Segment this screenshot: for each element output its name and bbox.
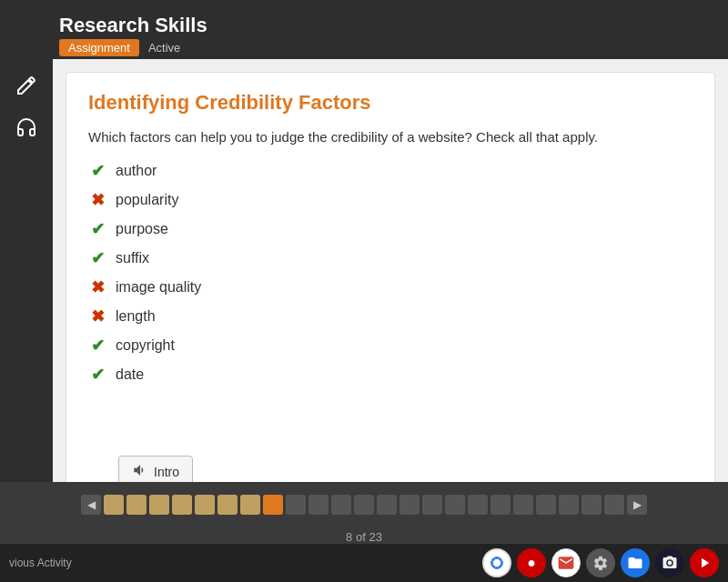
nav-dot[interactable]: [308, 495, 329, 515]
correct-icon: ✔: [88, 219, 106, 239]
main-content: Identifying Credibility Factors Which fa…: [53, 59, 728, 500]
correct-icon: ✔: [88, 365, 106, 385]
nav-dot[interactable]: [377, 495, 397, 515]
taskbar: vious Activity ●: [0, 544, 728, 582]
nav-dot[interactable]: [331, 495, 351, 515]
correct-icon: ✔: [88, 161, 106, 181]
settings-icon[interactable]: [586, 548, 615, 577]
answer-item: ✖image quality: [88, 277, 693, 297]
answer-list: ✔author✖popularity✔purpose✔suffix✖image …: [88, 161, 693, 385]
nav-dot[interactable]: [536, 495, 556, 515]
nav-dot[interactable]: [399, 495, 420, 515]
nav-dot[interactable]: [217, 495, 238, 515]
pencil-icon[interactable]: [9, 68, 44, 103]
nav-dot[interactable]: [468, 495, 488, 515]
correct-icon: ✔: [88, 336, 106, 356]
content-card: Identifying Credibility Factors Which fa…: [66, 72, 715, 487]
answer-item: ✔suffix: [88, 248, 693, 268]
camera-icon[interactable]: [655, 548, 684, 577]
nav-dot[interactable]: [149, 495, 169, 515]
nav-dot[interactable]: [581, 495, 602, 515]
answer-item: ✔copyright: [88, 336, 693, 356]
nav-dot[interactable]: [445, 495, 465, 515]
nav-dot[interactable]: [195, 495, 215, 515]
tab-status: Active: [148, 41, 180, 55]
answer-text: image quality: [116, 279, 201, 296]
answer-text: length: [116, 308, 156, 325]
taskbar-icons: ●: [482, 548, 719, 577]
files-icon[interactable]: [621, 548, 650, 577]
headphone-icon[interactable]: [9, 110, 44, 145]
app2-icon[interactable]: ●: [517, 548, 546, 577]
play-icon[interactable]: [690, 548, 719, 577]
nav-dot[interactable]: [354, 495, 374, 515]
nav-next[interactable]: ▶: [627, 495, 647, 515]
incorrect-icon: ✖: [88, 277, 106, 297]
incorrect-icon: ✖: [88, 190, 106, 210]
answer-item: ✖popularity: [88, 190, 693, 210]
nav-dot[interactable]: [263, 495, 283, 515]
answer-item: ✔author: [88, 161, 693, 181]
nav-prev[interactable]: ◀: [81, 495, 101, 515]
svg-point-0: [493, 559, 500, 566]
nav-dot[interactable]: [604, 495, 624, 515]
nav-dot[interactable]: [240, 495, 260, 515]
card-title: Identifying Credibility Factors: [88, 91, 693, 115]
tab-bar: Assignment Active: [59, 39, 180, 56]
card-question: Which factors can help you to judge the …: [88, 129, 693, 145]
answer-text: purpose: [116, 221, 168, 237]
bottom-nav: ◀ ▶: [0, 482, 728, 527]
nav-dot[interactable]: [559, 495, 579, 515]
answer-text: suffix: [116, 250, 149, 266]
answer-item: ✔date: [88, 365, 693, 385]
speaker-icon: [132, 462, 148, 481]
answer-item: ✔purpose: [88, 219, 693, 239]
answer-text: copyright: [116, 337, 175, 354]
top-bar: Research Skills Assignment Active: [0, 0, 728, 59]
answer-text: author: [116, 163, 157, 179]
incorrect-icon: ✖: [88, 306, 106, 326]
page-count: 8 of 23: [346, 530, 382, 544]
answer-item: ✖length: [88, 306, 693, 326]
nav-dot[interactable]: [286, 495, 306, 515]
intro-label: Intro: [154, 465, 179, 479]
nav-dot[interactable]: [104, 495, 124, 515]
nav-dot[interactable]: [513, 495, 533, 515]
sidebar: [0, 59, 53, 496]
nav-dot[interactable]: [172, 495, 192, 515]
chrome-icon[interactable]: [482, 548, 511, 577]
tab-assignment[interactable]: Assignment: [59, 39, 139, 56]
answer-text: popularity: [116, 192, 178, 208]
gmail-icon[interactable]: [551, 548, 581, 577]
nav-dot[interactable]: [126, 495, 147, 515]
activity-label: vious Activity: [9, 557, 72, 569]
answer-text: date: [116, 366, 144, 383]
nav-dot[interactable]: [422, 495, 442, 515]
correct-icon: ✔: [88, 248, 106, 268]
page-title: Research Skills: [59, 14, 207, 37]
nav-dot[interactable]: [490, 495, 511, 515]
